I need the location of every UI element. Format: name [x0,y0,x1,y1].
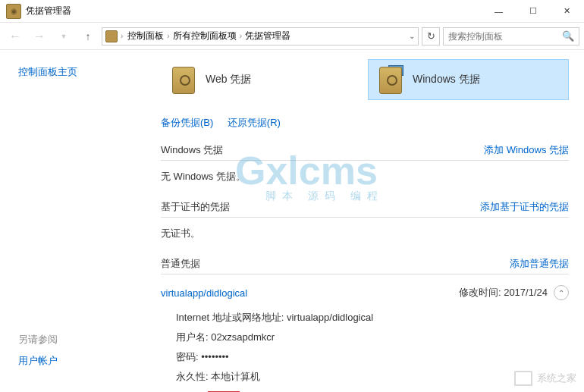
search-icon[interactable]: 🔍 [562,30,574,42]
credential-header[interactable]: virtualapp/didlogical 修改时间: 2017/1/24 ⌃ [161,281,569,305]
backup-link[interactable]: 备份凭据(B) [161,117,213,128]
refresh-button[interactable]: ↻ [422,27,440,45]
search-input[interactable] [448,31,562,42]
credential-actions: 编辑 删除 [176,387,569,392]
close-button[interactable]: ✕ [550,0,584,23]
tab-windows-credentials[interactable]: Windows 凭据 [368,59,569,100]
window-controls: — ☐ ✕ [482,0,584,23]
tab-label: Web 凭据 [206,73,251,86]
addressbar-dropdown-icon[interactable]: ⌄ [409,32,415,40]
sidebar-see-also-label: 另请参阅 [18,333,58,347]
breadcrumb-item[interactable]: 凭据管理器 [243,30,292,42]
credential-details: Internet 地址或网络地址: virtualapp/didlogical … [161,305,569,392]
credential-address-row: Internet 地址或网络地址: virtualapp/didlogical [176,308,569,328]
section-title: 基于证书的凭据 [161,200,480,214]
chevron-right-icon: › [167,32,169,40]
section-title: 普通凭据 [161,257,510,271]
credential-persist-row: 永久性: 本地计算机 [176,367,569,387]
credential-password-row: 密码: •••••••• [176,347,569,367]
chevron-right-icon: › [121,32,123,40]
chevron-right-icon: › [240,32,242,40]
add-windows-credential-link[interactable]: 添加 Windows 凭据 [484,143,569,157]
tab-web-credentials[interactable]: Web 凭据 [161,59,362,100]
content: 控制面板主页 另请参阅 用户帐户 Web 凭据 Windows 凭据 备份凭据(… [0,50,584,392]
addressbar-icon [105,30,118,42]
sidebar-home-link[interactable]: 控制面板主页 [18,65,152,79]
window-title: 凭据管理器 [26,5,482,17]
backup-restore-row: 备份凭据(B) 还原凭据(R) [161,115,569,130]
titlebar: 凭据管理器 — ☐ ✕ [0,0,584,23]
section-generic-credentials: 普通凭据 添加普通凭据 virtualapp/didlogical 修改时间: … [161,257,569,392]
maximize-button[interactable]: ☐ [516,0,550,23]
add-cert-credential-link[interactable]: 添加基于证书的凭据 [480,200,569,214]
back-button[interactable]: ← [5,26,26,47]
section-empty-text: 无 Windows 凭据。 [161,167,569,187]
main-panel: Web 凭据 Windows 凭据 备份凭据(B) 还原凭据(R) Window… [152,50,584,392]
forward-button[interactable]: → [29,26,50,47]
windows-credentials-icon [376,65,405,94]
navbar: ← → ▼ ↑ › 控制面板 › 所有控制面板项 › 凭据管理器 ⌄ ↻ 🔍 [0,23,584,50]
section-title: Windows 凭据 [161,143,484,157]
recent-dropdown[interactable]: ▼ [53,26,74,47]
app-icon [6,4,21,19]
credential-name[interactable]: virtualapp/didlogical [161,287,459,299]
restore-link[interactable]: 还原凭据(R) [228,117,281,128]
sidebar-user-accounts-link[interactable]: 用户帐户 [18,354,58,368]
credential-item: virtualapp/didlogical 修改时间: 2017/1/24 ⌃ … [161,281,569,392]
searchbox[interactable]: 🔍 [443,27,579,45]
section-empty-text: 无证书。 [161,224,569,243]
credential-tabs: Web 凭据 Windows 凭据 [161,59,569,100]
add-generic-credential-link[interactable]: 添加普通凭据 [510,257,569,271]
breadcrumb-item[interactable]: 控制面板 [126,30,165,42]
tab-label: Windows 凭据 [413,73,480,86]
section-windows-credentials: Windows 凭据 添加 Windows 凭据 无 Windows 凭据。 [161,143,569,187]
minimize-button[interactable]: — [482,0,516,23]
addressbar[interactable]: › 控制面板 › 所有控制面板项 › 凭据管理器 ⌄ [102,27,419,45]
breadcrumb-item[interactable]: 所有控制面板项 [171,30,238,42]
collapse-icon[interactable]: ⌃ [554,285,569,300]
section-cert-credentials: 基于证书的凭据 添加基于证书的凭据 无证书。 [161,200,569,243]
up-button[interactable]: ↑ [77,26,99,47]
web-credentials-icon [169,65,198,94]
sidebar: 控制面板主页 另请参阅 用户帐户 [0,50,152,392]
credential-user-row: 用户名: 02xzsapdmkcr [176,328,569,347]
credential-modified: 修改时间: 2017/1/24 [459,286,548,299]
breadcrumb: 控制面板 › 所有控制面板项 › 凭据管理器 [126,30,292,42]
